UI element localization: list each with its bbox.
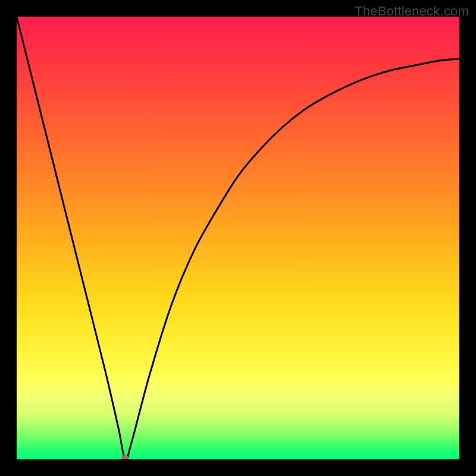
curve-svg — [17, 17, 459, 459]
optimal-point-marker — [122, 455, 129, 460]
bottleneck-curve — [17, 17, 459, 459]
chart-frame: TheBottleneck.com — [0, 0, 476, 476]
plot-area — [17, 17, 459, 459]
watermark-text: TheBottleneck.com — [355, 4, 469, 19]
